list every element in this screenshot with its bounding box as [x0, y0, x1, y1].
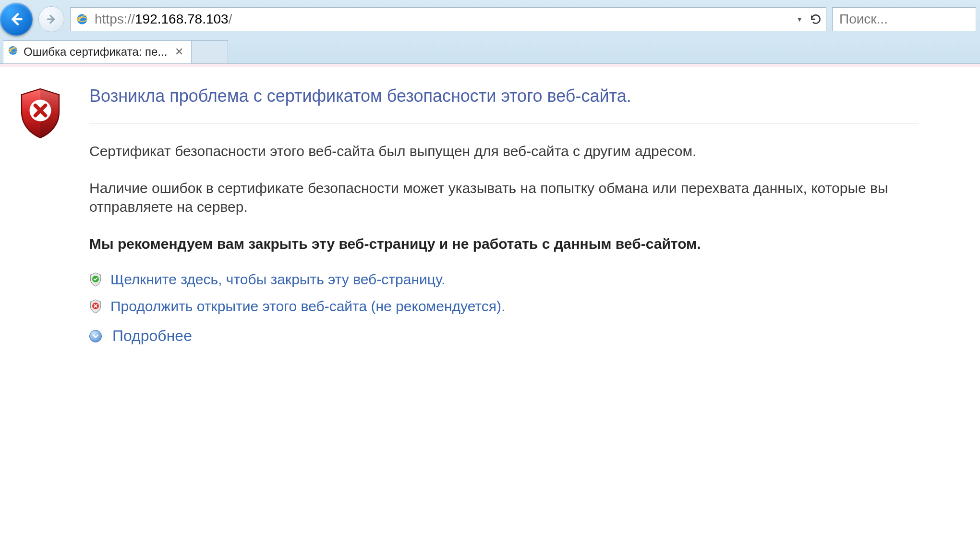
close-page-link[interactable]: Щелкните здесь, чтобы закрыть эту веб-ст… — [110, 271, 445, 288]
active-tab[interactable]: Ошибка сертификата: пе... ✕ — [3, 40, 192, 63]
expand-toggle[interactable] — [89, 330, 102, 342]
shield-ok-icon — [89, 272, 102, 287]
tab-title: Ошибка сертификата: пе... — [24, 45, 167, 59]
back-button[interactable] — [0, 3, 33, 36]
recommendation: Мы рекомендуем вам закрыть эту веб-стран… — [89, 234, 919, 253]
arrow-left-icon — [8, 11, 25, 28]
ie-favicon-icon — [75, 12, 89, 26]
search-placeholder: Поиск... — [839, 12, 888, 27]
divider — [89, 123, 919, 123]
action-proceed-row: Продолжить открытие этого веб-сайта (не … — [89, 298, 919, 315]
tab-close-button[interactable]: ✕ — [172, 45, 186, 59]
ie-favicon-icon — [7, 45, 19, 59]
proceed-link[interactable]: Продолжить открытие этого веб-сайта (не … — [110, 298, 505, 315]
arrow-right-icon — [45, 13, 58, 25]
forward-button[interactable] — [38, 6, 64, 32]
more-info-link[interactable]: Подробнее — [112, 327, 192, 345]
more-info-row: Подробнее — [89, 327, 919, 345]
page-heading: Возникла проблема с сертификатом безопас… — [89, 85, 919, 107]
cert-detail-1: Сертификат безопасности этого веб-сайта … — [89, 142, 919, 160]
cert-detail-2: Наличие ошибок в сертификате безопасност… — [89, 179, 919, 216]
refresh-button[interactable] — [810, 13, 822, 25]
dropdown-icon[interactable]: ▼ — [796, 15, 803, 23]
browser-chrome: https://192.168.78.103/ ▼ Поиск... — [0, 0, 980, 64]
address-bar[interactable]: https://192.168.78.103/ ▼ — [70, 7, 826, 31]
new-tab-button[interactable] — [192, 40, 228, 63]
cert-error-page: Возникла проблема с сертификатом безопас… — [0, 67, 941, 374]
search-box[interactable]: Поиск... — [832, 7, 976, 31]
address-url: https://192.168.78.103/ — [95, 12, 790, 27]
shield-warn-icon — [89, 299, 102, 314]
shield-error-icon — [17, 87, 89, 140]
action-close-row: Щелкните здесь, чтобы закрыть эту веб-ст… — [89, 271, 919, 288]
chevron-down-icon — [93, 333, 98, 339]
tab-strip: Ошибка сертификата: пе... ✕ — [0, 38, 980, 63]
